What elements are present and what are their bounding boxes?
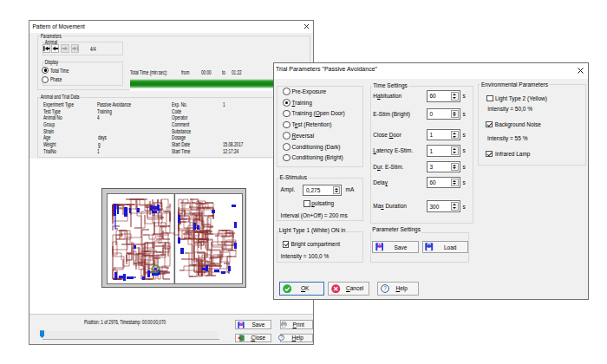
svg-text:?: ?: [280, 335, 283, 340]
svg-text:?: ?: [384, 285, 388, 291]
